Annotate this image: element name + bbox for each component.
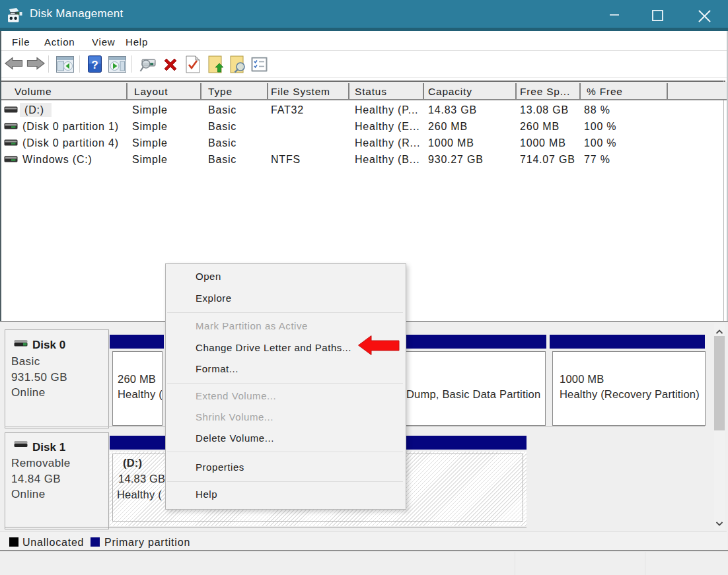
svg-text:?: ? — [91, 59, 98, 71]
